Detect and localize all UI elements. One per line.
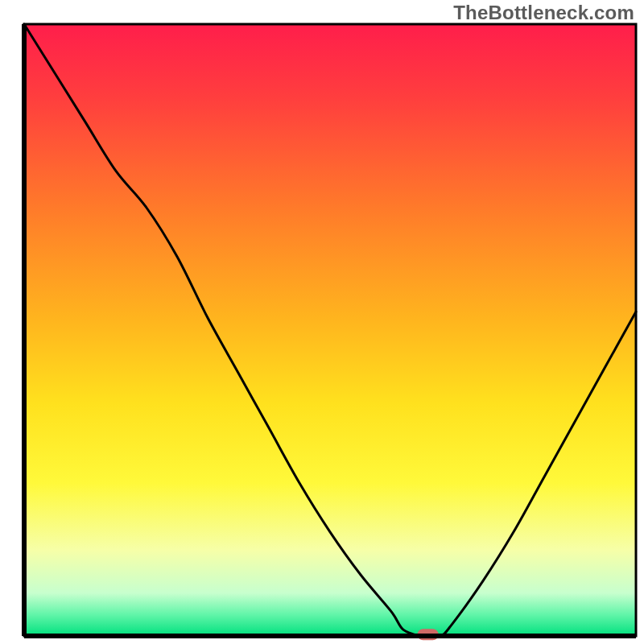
chart-background	[24, 24, 636, 636]
chart-container: TheBottleneck.com	[0, 0, 644, 644]
watermark-text: TheBottleneck.com	[453, 2, 634, 24]
bottleneck-chart	[0, 0, 644, 644]
